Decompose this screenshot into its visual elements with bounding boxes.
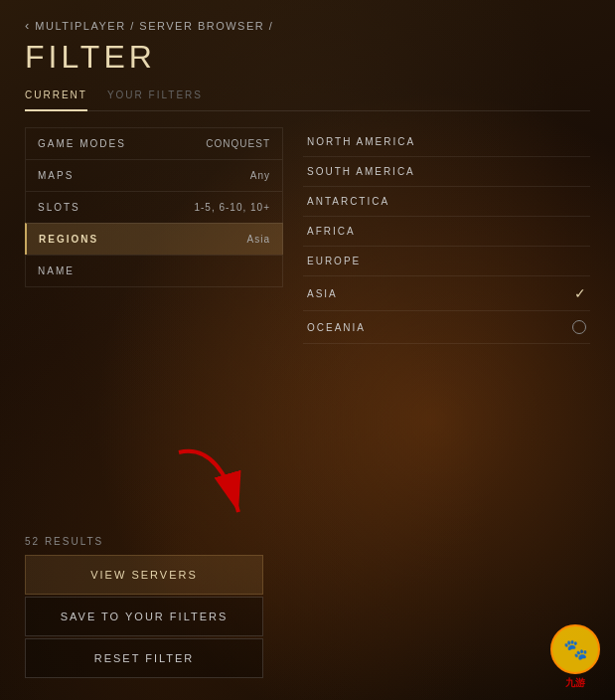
watermark-icon: 🐾 — [550, 624, 600, 674]
results-count: 52 RESULTS — [25, 536, 590, 547]
region-asia[interactable]: ASIA ✓ — [303, 276, 590, 311]
page-title: FILTER — [25, 39, 590, 76]
region-south-america[interactable]: SOUTH AMERICA — [303, 157, 590, 187]
region-north-america[interactable]: NORTH AMERICA — [303, 127, 590, 157]
main-grid: GAME MODES CONQUEST MAPS Any SLOTS 1-5, … — [25, 127, 590, 344]
breadcrumb-path: MULTIPLAYER / SERVER BROWSER / — [35, 20, 273, 32]
reset-filter-button[interactable]: RESET FILTER — [25, 638, 263, 678]
tab-row: CURRENT YOUR FILTERS — [25, 89, 590, 111]
filter-row-game-modes[interactable]: GAME MODES CONQUEST — [25, 127, 283, 159]
bottom-section: 52 RESULTS VIEW SERVERS SAVE TO YOUR FIL… — [0, 536, 615, 700]
left-panel: GAME MODES CONQUEST MAPS Any SLOTS 1-5, … — [25, 127, 283, 344]
tab-current[interactable]: CURRENT — [25, 89, 87, 111]
back-icon[interactable]: ‹ — [25, 18, 29, 33]
region-antarctica[interactable]: ANTARCTICA — [303, 187, 590, 217]
region-africa[interactable]: AFRICA — [303, 217, 590, 247]
filter-row-slots[interactable]: SLOTS 1-5, 6-10, 10+ — [25, 191, 283, 223]
breadcrumb: ‹ MULTIPLAYER / SERVER BROWSER / — [25, 18, 590, 33]
save-filters-button[interactable]: SAVE TO YOUR FILTERS — [25, 597, 263, 636]
region-europe[interactable]: EUROPE — [303, 247, 590, 276]
asia-checkmark: ✓ — [574, 285, 586, 301]
filter-row-regions[interactable]: REGIONS Asia — [25, 223, 283, 255]
view-servers-button[interactable]: VIEW SERVERS — [25, 555, 263, 595]
right-panel: NORTH AMERICA SOUTH AMERICA ANTARCTICA A… — [283, 127, 590, 344]
watermark-text: 九游 — [565, 676, 585, 690]
region-oceania[interactable]: OCEANIA — [303, 311, 590, 344]
tab-your-filters[interactable]: YOUR FILTERS — [107, 89, 203, 104]
filter-row-name[interactable]: NAME — [25, 255, 283, 287]
watermark: 🐾 九游 — [550, 624, 600, 690]
filter-row-maps[interactable]: MAPS Any — [25, 159, 283, 191]
oceania-circle — [572, 320, 586, 334]
